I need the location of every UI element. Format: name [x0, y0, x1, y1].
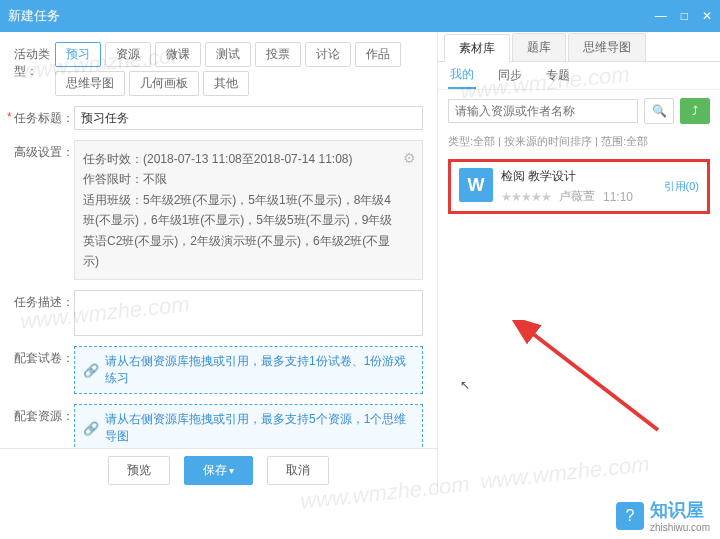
- star-rating: ★★★★★: [501, 190, 551, 204]
- resource-author: 卢薇萱: [559, 188, 595, 205]
- resource-card[interactable]: W 检阅 教学设计 ★★★★★ 卢薇萱 11:10 引用(0): [448, 159, 710, 214]
- window-title: 新建任务: [8, 7, 60, 25]
- answer-limit: 作答限时：不限: [83, 169, 394, 189]
- resource-thumb: W: [459, 168, 493, 202]
- link-icon: 🔗: [83, 421, 99, 436]
- brand-icon: ?: [616, 502, 644, 530]
- activity-tab-0[interactable]: 预习: [55, 42, 101, 67]
- link-icon: 🔗: [83, 363, 99, 378]
- cite-link[interactable]: 引用(0): [664, 179, 699, 194]
- activity-tab-4[interactable]: 投票: [255, 42, 301, 67]
- chevron-down-icon: ▾: [229, 465, 234, 476]
- preview-button[interactable]: 预览: [108, 456, 170, 485]
- resource-label: 配套资源：: [14, 404, 74, 425]
- activity-tab-7[interactable]: 思维导图: [55, 71, 125, 96]
- sub-tab-0[interactable]: 我的: [448, 62, 476, 89]
- resource-dropzone[interactable]: 🔗 请从右侧资源库拖拽或引用，最多支持5个资源，1个思维导图: [74, 404, 423, 448]
- applicable-classes: 适用班级：5年级2班(不显示)，5年级1班(不显示)，8年级4班(不显示)，6年…: [83, 190, 394, 272]
- right-tab-1[interactable]: 题库: [512, 33, 566, 61]
- save-button[interactable]: 保存▾: [184, 456, 253, 485]
- paper-label: 配套试卷：: [14, 346, 74, 367]
- activity-tab-5[interactable]: 讨论: [305, 42, 351, 67]
- filter-row[interactable]: 类型:全部 | 按来源的时间排序 | 范围:全部: [438, 132, 720, 155]
- minimize-icon[interactable]: ―: [655, 9, 667, 23]
- right-tab-0[interactable]: 素材库: [444, 34, 510, 62]
- maximize-icon[interactable]: □: [681, 9, 688, 23]
- task-title-input[interactable]: [74, 106, 423, 130]
- activity-tab-3[interactable]: 测试: [205, 42, 251, 67]
- cancel-button[interactable]: 取消: [267, 456, 329, 485]
- activity-type-label: 活动类型：: [14, 42, 55, 80]
- gear-icon[interactable]: ⚙: [403, 147, 416, 171]
- resource-time: 11:10: [603, 190, 633, 204]
- search-input[interactable]: [448, 99, 638, 123]
- advanced-panel: ⚙ 任务时效：(2018-07-13 11:08至2018-07-14 11:0…: [74, 140, 423, 280]
- resource-title: 检阅 教学设计: [501, 168, 656, 185]
- sub-tab-1[interactable]: 同步: [496, 63, 524, 88]
- search-button[interactable]: 🔍: [644, 98, 674, 124]
- activity-type-tabs: 预习资源微课测试投票讨论作品思维导图几何画板其他: [55, 42, 423, 96]
- task-title-label: 任务标题：: [14, 106, 74, 127]
- activity-tab-1[interactable]: 资源: [105, 42, 151, 67]
- desc-input[interactable]: [74, 290, 423, 336]
- sub-tab-2[interactable]: 专题: [544, 63, 572, 88]
- close-icon[interactable]: ✕: [702, 9, 712, 23]
- activity-tab-9[interactable]: 其他: [203, 71, 249, 96]
- activity-tab-8[interactable]: 几何画板: [129, 71, 199, 96]
- task-time: 任务时效：(2018-07-13 11:08至2018-07-14 11:08): [83, 149, 394, 169]
- activity-tab-6[interactable]: 作品: [355, 42, 401, 67]
- advanced-label: 高级设置：: [14, 140, 74, 161]
- desc-label: 任务描述：: [14, 290, 74, 311]
- right-tab-2[interactable]: 思维导图: [568, 33, 646, 61]
- activity-tab-2[interactable]: 微课: [155, 42, 201, 67]
- brand-badge: ? 知识屋 zhishiwu.com: [616, 498, 710, 533]
- paper-dropzone[interactable]: 🔗 请从右侧资源库拖拽或引用，最多支持1份试卷、1份游戏练习: [74, 346, 423, 394]
- upload-button[interactable]: ⤴: [680, 98, 710, 124]
